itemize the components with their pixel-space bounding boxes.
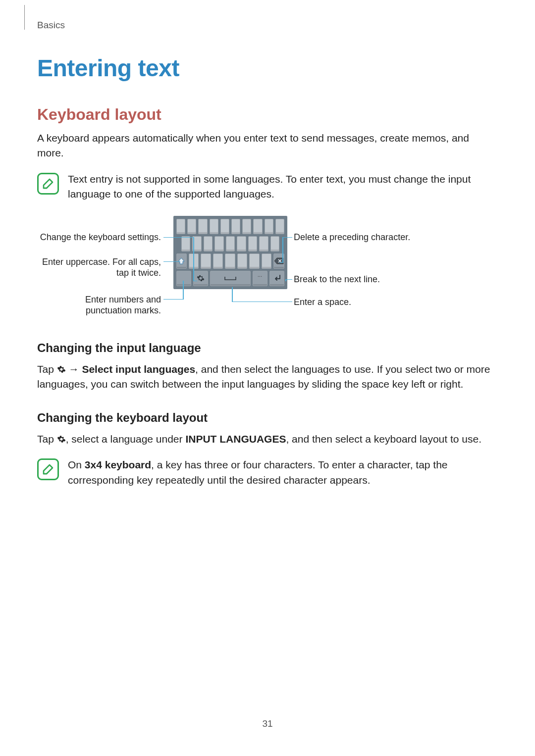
section-keyboard-layout: Keyboard layout — [37, 105, 498, 124]
key — [201, 253, 211, 269]
key — [259, 236, 268, 252]
pencil-icon — [41, 176, 55, 191]
onscreen-keyboard: … — [173, 216, 287, 289]
note-text: On 3x4 keyboard, a key has three or four… — [68, 457, 498, 488]
callout-uppercase: Enter uppercase. For all caps, tap it tw… — [37, 256, 161, 279]
pencil-icon — [41, 462, 55, 477]
page: Basics Entering text Keyboard layout A k… — [0, 0, 535, 756]
leader-line — [163, 299, 183, 300]
settings-key — [193, 271, 208, 286]
running-head: Basics — [37, 20, 65, 31]
subsection-keyboard-layout: Changing the keyboard layout — [37, 411, 498, 425]
key — [253, 219, 262, 234]
keyboard-row-1 — [176, 219, 284, 234]
leader-line — [282, 237, 283, 263]
text: , and then select a keyboard layout to u… — [286, 433, 482, 445]
text: Tap — [37, 363, 57, 375]
leader-line — [193, 237, 194, 281]
key — [225, 253, 235, 269]
keyboard-diagram: … Change the keyboard settings. Enter up… — [37, 216, 498, 322]
keyboard-row-3 — [176, 253, 284, 269]
key — [270, 236, 279, 252]
note-language-support: Text entry is not supported in some lang… — [37, 172, 498, 202]
leader-line — [279, 262, 283, 263]
leader-line — [232, 302, 292, 302]
key — [181, 236, 190, 252]
callout-newline: Break to the next line. — [294, 274, 423, 285]
key — [231, 219, 240, 234]
note-icon — [37, 458, 59, 480]
text: → — [66, 363, 82, 375]
leader-line — [183, 281, 184, 300]
space-key — [210, 271, 251, 286]
key — [262, 253, 272, 269]
text: , select a language under — [66, 433, 186, 445]
callout-delete: Delete a preceding character. — [294, 232, 423, 243]
leader-line — [285, 279, 292, 280]
key — [242, 219, 251, 234]
page-number: 31 — [0, 718, 535, 729]
leader-line — [163, 261, 180, 262]
paragraph-keyboard-intro: A keyboard appears automatically when yo… — [37, 131, 498, 161]
note-3x4-keyboard: On 3x4 keyboard, a key has three or four… — [37, 457, 498, 488]
gear-icon — [57, 365, 66, 374]
key — [213, 253, 223, 269]
paragraph-input-language: Tap → Select input languages, and then s… — [37, 362, 498, 392]
key — [210, 219, 218, 234]
key — [176, 219, 185, 234]
key — [275, 219, 284, 234]
leader-line — [232, 287, 233, 302]
key — [226, 236, 235, 252]
leader-line — [282, 237, 292, 238]
key — [220, 219, 229, 234]
gear-icon — [197, 274, 205, 282]
note-icon — [37, 173, 59, 195]
page-title: Entering text — [37, 54, 498, 82]
note-text: Text entry is not supported in some lang… — [68, 172, 498, 202]
subsection-input-language: Changing the input language — [37, 341, 498, 355]
key — [204, 236, 213, 252]
leader-line — [163, 237, 193, 238]
key — [198, 219, 207, 234]
key — [214, 236, 223, 252]
key — [237, 236, 246, 252]
key — [249, 253, 260, 269]
callout-numbers: Enter numbers and punctuation marks. — [37, 294, 161, 316]
text: On — [68, 459, 85, 470]
key — [248, 236, 257, 252]
symbols-key — [176, 271, 191, 286]
paragraph-keyboard-layout: Tap , select a language under INPUT LANG… — [37, 432, 498, 447]
text: Tap — [37, 433, 57, 445]
gear-icon — [57, 435, 66, 444]
space-icon — [223, 275, 238, 281]
keyboard-row-4: … — [176, 271, 284, 286]
key — [265, 219, 273, 234]
callout-space: Enter a space. — [294, 297, 423, 308]
callout-settings: Change the keyboard settings. — [37, 232, 161, 243]
bold-text: 3x4 keyboard — [85, 459, 151, 470]
header-rule — [24, 5, 25, 30]
leader-line — [285, 279, 286, 281]
enter-key — [269, 271, 284, 286]
key — [187, 219, 196, 234]
bold-text: Select input languages — [82, 363, 195, 375]
key — [237, 253, 248, 269]
punctuation-key: … — [253, 271, 268, 286]
keyboard-row-2 — [176, 236, 284, 252]
enter-icon — [272, 274, 281, 282]
bold-text: INPUT LANGUAGES — [185, 433, 286, 445]
leader-line — [193, 281, 197, 282]
